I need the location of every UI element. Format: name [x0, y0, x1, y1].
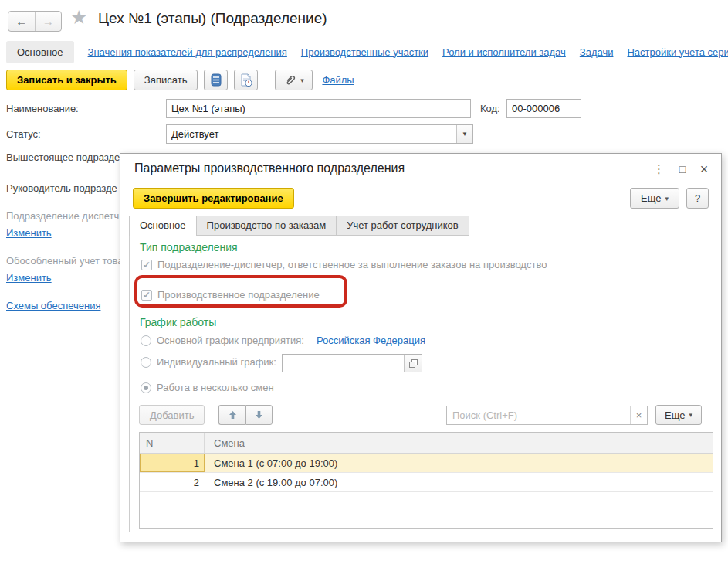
dialog-title: Параметры производственного подразделени…	[134, 161, 405, 175]
change-history-button[interactable]	[234, 70, 258, 90]
attachments-button[interactable]: ▾	[275, 70, 313, 90]
forward-button[interactable]: →	[36, 12, 62, 31]
nav-link[interactable]: Роли и исполнители задач	[442, 46, 566, 58]
move-buttons	[218, 405, 273, 425]
open-field-button[interactable]	[404, 355, 422, 372]
more-dots-icon: ⋮	[653, 162, 665, 176]
paperclip-icon	[284, 74, 296, 87]
move-down-button[interactable]	[245, 405, 273, 425]
row-number-cell[interactable]: 2	[140, 473, 205, 491]
name-input[interactable]	[167, 100, 470, 117]
shifts-radio-row: Работа в несколько смен	[141, 382, 274, 393]
type-section-heading: Тип подразделения	[140, 241, 238, 253]
main-schedule-link[interactable]: Российская Федерация	[317, 335, 425, 346]
back-button[interactable]: ←	[8, 12, 36, 31]
check-icon: ✓	[143, 260, 151, 270]
status-select[interactable]: ▼	[166, 124, 473, 144]
more-button[interactable]: Еще ▾	[630, 188, 679, 209]
production-checkbox-row: ✓ Производственное подразделение	[141, 289, 320, 301]
related-documents-button[interactable]	[204, 70, 228, 90]
code-input[interactable]	[507, 100, 581, 117]
add-button[interactable]: Добавить	[139, 405, 205, 425]
row-number-cell[interactable]: 1	[140, 454, 205, 472]
column-header-shift[interactable]: Смена	[205, 433, 713, 453]
table-row[interactable]: 1 Смена 1 (с 07:00 до 19:00)	[140, 454, 713, 473]
individual-schedule-input[interactable]	[283, 355, 404, 372]
check-icon: ✓	[143, 291, 151, 300]
dropdown-arrow-icon: ▾	[665, 195, 669, 202]
down-arrow-icon	[255, 410, 263, 420]
status-label: Статус:	[6, 128, 41, 140]
manager-label: Руководитель подразде	[6, 182, 117, 194]
separate-accounting-label: Обособленный учет това	[6, 255, 124, 267]
individual-schedule-field	[282, 354, 422, 372]
checked-checkbox-icon[interactable]: ✓	[141, 290, 152, 301]
open-field-icon	[409, 359, 418, 368]
radio-selected-icon[interactable]	[141, 382, 151, 393]
individual-schedule-radio-row: Индивидуальный график:	[141, 356, 276, 368]
page-title: Цех №1 (этапы) (Подразделение)	[98, 10, 327, 27]
save-close-button[interactable]: Записать и закрыть	[6, 70, 127, 90]
parent-division-label: Вышестоящее подразде	[6, 151, 120, 163]
main-schedule-radio-label: Основной график предприятия:	[157, 335, 304, 346]
nav-link[interactable]: Производственные участки	[301, 46, 428, 58]
nav-tab-main[interactable]: Основное	[6, 41, 74, 63]
window-menu-button[interactable]: ⋮	[652, 161, 667, 177]
column-header-n[interactable]: N	[140, 433, 205, 453]
checked-checkbox-icon[interactable]: ✓	[141, 260, 152, 270]
production-parameters-dialog: Параметры производственного подразделени…	[120, 153, 722, 542]
shifts-radio-label: Работа в несколько смен	[157, 382, 274, 393]
table-header: N Смена	[140, 433, 713, 454]
main-toolbar: Записать и закрыть Записать ▾ Файлы	[6, 70, 354, 90]
tab-main[interactable]: Основное	[129, 216, 197, 236]
maximize-icon: □	[679, 163, 686, 175]
nav-link[interactable]: Настройки учета серий	[627, 46, 728, 58]
radio-unselected-icon[interactable]	[141, 357, 151, 368]
back-icon: ←	[15, 15, 27, 28]
close-icon: ×	[700, 161, 709, 178]
radio-unselected-icon[interactable]	[141, 335, 151, 346]
finish-editing-button[interactable]: Завершить редактирование	[133, 188, 294, 209]
maximize-button[interactable]: □	[675, 161, 690, 177]
radio-dot	[144, 386, 148, 390]
production-checkbox-label: Производственное подразделение	[157, 289, 320, 301]
table-row[interactable]: 2 Смена 2 (с 19:00 до 07:00)	[140, 473, 713, 492]
change-link[interactable]: Изменить	[6, 227, 52, 239]
history-icon	[239, 73, 253, 87]
list-icon	[211, 73, 222, 87]
nav-link[interactable]: Значения показателей для распределения	[88, 46, 287, 58]
more-button-label: Еще	[641, 192, 661, 204]
dispatcher-checkbox-row: ✓ Подразделение-диспетчер, ответственное…	[141, 259, 547, 270]
clear-search-button[interactable]: ×	[630, 406, 647, 424]
dispatcher-checkbox-label: Подразделение-диспетчер, ответственное з…	[157, 259, 547, 270]
up-arrow-icon	[229, 410, 237, 420]
move-up-button[interactable]	[218, 405, 245, 425]
search-field: ×	[446, 406, 648, 425]
tab-employee-work[interactable]: Учет работ сотрудников	[337, 216, 469, 236]
files-link[interactable]: Файлы	[322, 74, 354, 86]
nav-link[interactable]: Задачи	[580, 46, 614, 58]
tab-content-pane: Тип подразделения ✓ Подразделение-диспет…	[129, 236, 713, 532]
shift-cell[interactable]: Смена 1 (с 07:00 до 19:00)	[205, 454, 713, 472]
supply-schemes-link[interactable]: Схемы обеспечения	[6, 300, 100, 311]
schedule-section-heading: График работы	[140, 316, 216, 328]
save-button[interactable]: Записать	[134, 70, 198, 90]
search-input[interactable]	[447, 406, 630, 424]
code-label: Код:	[480, 103, 500, 114]
favorite-star-icon[interactable]: ★	[70, 6, 87, 29]
history-nav-buttons: ← →	[8, 11, 62, 32]
close-button[interactable]: ×	[696, 161, 712, 177]
clear-icon: ×	[636, 410, 642, 421]
change-link[interactable]: Изменить	[6, 272, 52, 284]
main-schedule-radio-row: Основной график предприятия: Российская …	[141, 335, 425, 346]
status-dropdown-button[interactable]: ▼	[456, 125, 472, 143]
shift-cell[interactable]: Смена 2 (с 19:00 до 07:00)	[205, 473, 713, 491]
forward-icon: →	[42, 15, 54, 28]
status-value-input[interactable]	[167, 125, 456, 143]
list-more-button[interactable]: Еще ▾	[655, 405, 702, 425]
dialog-tabs: Основное Производство по заказам Учет ра…	[129, 216, 469, 236]
name-field	[166, 99, 471, 118]
tab-production-orders[interactable]: Производство по заказам	[197, 216, 337, 236]
help-button[interactable]: ?	[686, 188, 709, 209]
code-field	[506, 99, 581, 118]
